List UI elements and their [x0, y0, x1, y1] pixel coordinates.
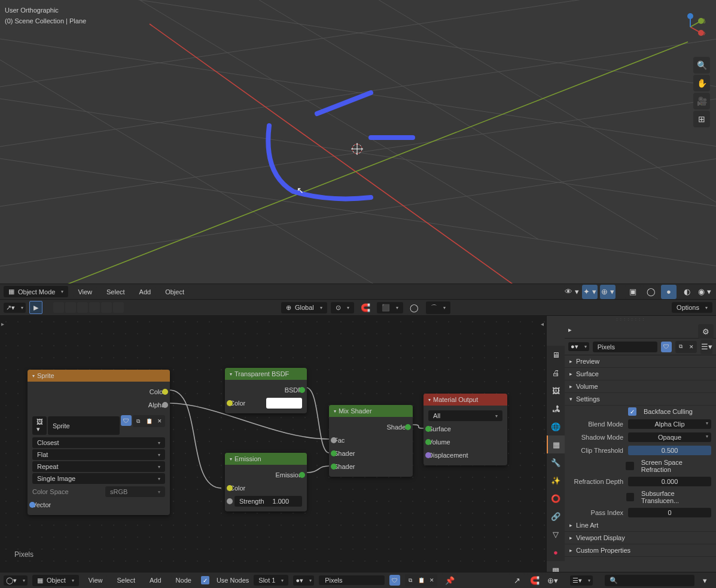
- blend-mode-dropdown[interactable]: Alpha Clip: [628, 419, 711, 429]
- target-dropdown[interactable]: All: [428, 410, 502, 421]
- snap-mode-dropdown[interactable]: ⬛: [377, 302, 403, 313]
- shader-type-dropdown[interactable]: ▦ Object: [32, 575, 79, 586]
- gizmo-toggle[interactable]: ✦ ▾: [582, 285, 598, 299]
- socket-strength-in[interactable]: [227, 498, 233, 504]
- shading-matprev-icon[interactable]: ◐: [679, 285, 694, 299]
- xray-toggle[interactable]: ▣: [625, 285, 641, 299]
- section-settings[interactable]: Settings: [565, 393, 716, 406]
- shading-render-icon[interactable]: ◉ ▾: [697, 285, 712, 299]
- backface-checkbox[interactable]: ✓: [628, 407, 636, 416]
- pivot-dropdown[interactable]: ⊙: [331, 302, 354, 313]
- colorspace-dropdown[interactable]: sRGB: [105, 486, 165, 497]
- snap-btn[interactable]: [77, 302, 88, 313]
- section-lineart[interactable]: Line Art: [565, 519, 716, 532]
- tab-constraint-icon[interactable]: 🔗: [547, 507, 565, 525]
- unlink-icon[interactable]: ✕: [686, 341, 697, 353]
- socket-bsdf-out[interactable]: [299, 387, 305, 393]
- camera-icon[interactable]: 🎥: [693, 93, 710, 109]
- material-name-field[interactable]: Pixels: [319, 575, 385, 585]
- menu-select[interactable]: Select: [102, 287, 130, 297]
- menu-object[interactable]: Object: [160, 287, 189, 297]
- sss-checkbox[interactable]: [626, 493, 634, 501]
- strength-field[interactable]: Strength1.000: [234, 496, 302, 507]
- parent-node-icon[interactable]: ↗: [509, 573, 525, 587]
- socket-color-out[interactable]: [162, 389, 168, 395]
- projection-dropdown[interactable]: Flat: [32, 449, 165, 460]
- fake-user-toggle[interactable]: 🛡: [389, 575, 400, 586]
- node-title[interactable]: Emission: [225, 453, 307, 465]
- pass-index-field[interactable]: 0: [628, 508, 711, 517]
- section-viewport[interactable]: Viewport Display: [565, 532, 716, 544]
- node-emission[interactable]: Emission Emission Color Strength1.000: [225, 453, 307, 511]
- tab-scene-icon[interactable]: 🏞: [547, 400, 565, 418]
- nav-gizmo[interactable]: yx: [675, 12, 705, 42]
- proportional-toggle[interactable]: ◯: [407, 300, 422, 315]
- menu-view[interactable]: View: [84, 575, 108, 586]
- image-name-field[interactable]: Sprite: [48, 416, 120, 435]
- tab-particle-icon[interactable]: ✨: [547, 471, 565, 489]
- tab-material-icon[interactable]: ●: [547, 543, 565, 561]
- node-title[interactable]: Sprite: [28, 370, 170, 382]
- tab-physics-icon[interactable]: ⭕: [547, 489, 565, 507]
- snap-btn[interactable]: [113, 302, 124, 313]
- socket-disp-in[interactable]: [425, 452, 431, 458]
- socket-shader-out[interactable]: [405, 424, 411, 430]
- fake-user-toggle[interactable]: 🛡: [661, 342, 672, 352]
- color-swatch[interactable]: [266, 398, 302, 409]
- copy-icon[interactable]: ⧉: [675, 341, 686, 353]
- overlay-toggle[interactable]: ⊕▾: [545, 573, 560, 587]
- node-title[interactable]: Material Output: [423, 394, 507, 406]
- node-mix-shader[interactable]: Mix Shader Shader Fac Shader Shader: [329, 405, 413, 477]
- socket-shader2-in[interactable]: [331, 464, 337, 470]
- pin-icon[interactable]: 📌: [442, 573, 458, 587]
- socket-fac-in[interactable]: [331, 437, 337, 443]
- open-icon[interactable]: ✕: [154, 415, 165, 427]
- snap-btn[interactable]: [53, 302, 64, 313]
- menu-add[interactable]: Add: [145, 575, 166, 586]
- tab-world-icon[interactable]: 🌐: [547, 418, 565, 435]
- socket-vector-in[interactable]: [29, 502, 35, 508]
- material-browse[interactable]: ●▾: [293, 575, 314, 586]
- material-browse[interactable]: ●▾: [568, 342, 589, 351]
- menu-select[interactable]: Select: [112, 575, 140, 586]
- node-title[interactable]: Mix Shader: [329, 405, 413, 417]
- orientation-dropdown[interactable]: ⊕ Global: [281, 302, 327, 313]
- refraction-depth-field[interactable]: 0.000: [628, 477, 711, 486]
- node-op-dropdown[interactable]: ☰▾: [700, 340, 712, 354]
- options-dropdown[interactable]: Options: [672, 302, 712, 313]
- section-surface[interactable]: Surface: [565, 368, 716, 380]
- use-nodes-checkbox[interactable]: ✓: [201, 576, 209, 584]
- snap-toggle[interactable]: 🧲: [527, 573, 543, 587]
- image-browse-icon[interactable]: 🖼▾: [32, 416, 47, 435]
- copy-icon[interactable]: ⧉: [405, 574, 416, 586]
- visibility-dropdown[interactable]: 👁 ▾: [564, 285, 580, 299]
- zoom-icon[interactable]: 🔍: [693, 57, 710, 74]
- node-title[interactable]: Transparent BSDF: [225, 368, 307, 380]
- socket-color-in[interactable]: [227, 400, 233, 406]
- options-icon[interactable]: ⚙: [698, 324, 714, 339]
- section-custom[interactable]: Custom Properties: [565, 544, 716, 557]
- select-tool-dropdown[interactable]: ↗▾: [4, 303, 26, 313]
- mode-dropdown[interactable]: ▦Object Mode: [4, 286, 68, 297]
- socket-volume-in[interactable]: [425, 439, 431, 445]
- expand-panel-icon[interactable]: ▸: [1, 321, 4, 327]
- tab-output-icon[interactable]: 🖨: [547, 364, 565, 382]
- collapse-panel-icon[interactable]: ◂: [541, 321, 544, 327]
- new-icon[interactable]: 📋: [416, 574, 426, 586]
- proportional-falloff[interactable]: ⌒: [426, 301, 450, 314]
- grid-icon[interactable]: ⊞: [693, 111, 710, 127]
- menu-view[interactable]: View: [73, 287, 97, 297]
- unlink-icon[interactable]: ⧉: [133, 415, 144, 427]
- viewport-3d[interactable]: User Orthographic (0) Scene Collection |…: [0, 0, 716, 284]
- node-material-output[interactable]: Material Output All Surface Volume Displ…: [423, 394, 507, 465]
- tab-data-icon[interactable]: ▽: [547, 525, 565, 543]
- socket-shader1-in[interactable]: [331, 450, 337, 456]
- menu-node[interactable]: Node: [171, 575, 196, 586]
- filter-dropdown[interactable]: ▾: [697, 573, 712, 587]
- slot-dropdown[interactable]: Slot 1: [254, 575, 288, 586]
- ssr-checkbox[interactable]: [626, 462, 633, 470]
- pan-icon[interactable]: ✋: [693, 75, 710, 92]
- clip-threshold-slider[interactable]: 0.500: [628, 446, 711, 455]
- unlink-icon[interactable]: ✕: [426, 574, 437, 586]
- node-image-texture[interactable]: Sprite Color Alpha 🖼▾ Sprite 🛡 ⧉📋✕ Close…: [28, 370, 170, 515]
